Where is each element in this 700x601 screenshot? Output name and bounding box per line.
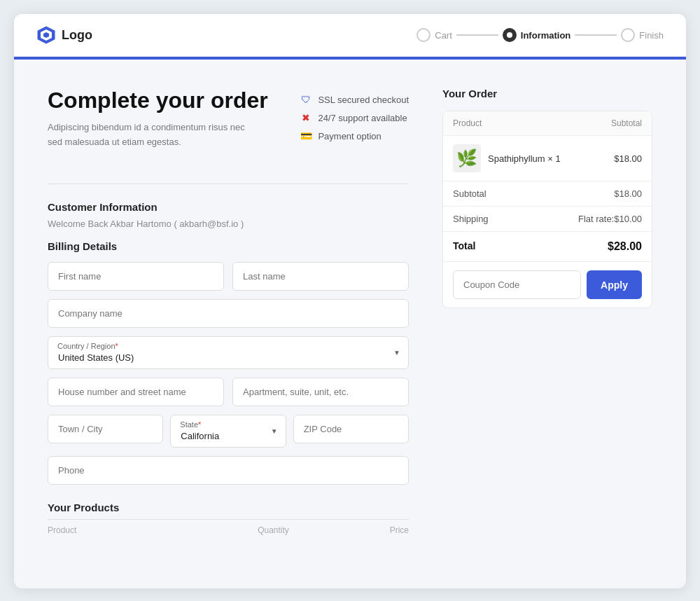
order-col-product: Product — [453, 118, 482, 128]
total-value: $28.00 — [608, 240, 642, 253]
zip-field — [293, 415, 409, 448]
product-name: Spathiphyllum × 1 — [488, 153, 607, 164]
country-label: Country / Region* — [57, 342, 118, 350]
last-name-input[interactable] — [232, 262, 409, 291]
step-information-circle — [503, 28, 517, 42]
order-card: Product Subtotal 🌿 Spathiphyllum × 1 $18… — [442, 111, 652, 308]
step-finish-label: Finish — [639, 30, 664, 41]
town-input[interactable] — [48, 415, 163, 443]
product-price: $18.00 — [614, 153, 642, 164]
stepper: Cart Information Finish — [416, 28, 664, 42]
apply-button[interactable]: Apply — [587, 270, 642, 299]
state-label: State* — [180, 420, 201, 429]
products-table-header: Product Quantity Price — [48, 520, 409, 541]
city-state-zip-row: State* California ▼ — [48, 415, 409, 448]
phone-field — [48, 456, 409, 485]
welcome-message: Welcome Back Akbar Hartomo ( akbarh@bsf.… — [48, 219, 409, 229]
company-row — [48, 299, 409, 328]
first-name-input[interactable] — [48, 262, 224, 291]
step-information-label: Information — [521, 30, 571, 41]
phone-row — [48, 456, 409, 485]
company-field — [48, 299, 409, 328]
state-field: State* California ▼ — [170, 415, 286, 448]
customer-info-title: Customer Information — [48, 201, 409, 213]
first-name-field — [48, 262, 224, 291]
order-title: Your Order — [442, 88, 652, 99]
company-input[interactable] — [48, 299, 409, 328]
country-row: Country / Region* United States (US) ▼ — [48, 336, 409, 369]
logo-icon — [36, 25, 56, 45]
trust-badges: 🛡 SSL secured checkout ✖ 24/7 support av… — [300, 93, 409, 142]
phone-input[interactable] — [48, 456, 409, 485]
subtotal-label: Subtotal — [453, 188, 486, 199]
step-information: Information — [503, 28, 571, 42]
total-row: Total $28.00 — [443, 232, 652, 262]
coupon-row: Apply — [443, 262, 652, 308]
town-field — [48, 415, 163, 448]
total-label: Total — [453, 240, 475, 253]
col-price-label: Price — [318, 525, 409, 535]
apartment-input[interactable] — [232, 378, 409, 406]
step-line-2 — [575, 34, 617, 36]
trust-payment-text: Payment option — [318, 131, 381, 141]
billing-title: Billing Details — [48, 240, 409, 252]
title-area: Complete your order Adipiscing bibendum … — [48, 88, 268, 167]
shipping-row: Shipping Flat rate:$10.00 — [443, 207, 652, 232]
section-divider — [48, 184, 409, 184]
logo-text: Logo — [62, 28, 92, 43]
your-products-section: Your Products Product Quantity Price — [48, 502, 409, 541]
product-thumbnail: 🌿 — [453, 144, 481, 172]
left-column: Complete your order Adipiscing bibendum … — [48, 88, 409, 541]
step-finish: Finish — [621, 28, 664, 42]
step-line-1 — [456, 34, 498, 36]
payment-icon: 💳 — [300, 130, 312, 142]
address-row — [48, 378, 409, 406]
support-icon: ✖ — [300, 111, 312, 124]
step-cart-circle — [416, 28, 430, 42]
coupon-input[interactable] — [453, 270, 581, 299]
country-field: Country / Region* United States (US) ▼ — [48, 336, 409, 369]
ssl-icon: 🛡 — [300, 93, 312, 106]
shipping-label: Shipping — [453, 214, 489, 224]
subtotal-value: $18.00 — [614, 188, 642, 199]
zip-input[interactable] — [293, 415, 409, 443]
header: Logo Cart Information Finish — [14, 14, 686, 57]
apartment-field — [232, 378, 409, 406]
col-qty-label: Quantity — [228, 525, 318, 535]
step-cart-label: Cart — [435, 30, 452, 41]
trust-payment: 💳 Payment option — [300, 130, 409, 142]
street-field — [48, 378, 224, 406]
page-title: Complete your order — [48, 88, 268, 113]
step-cart: Cart — [416, 28, 452, 42]
customer-information-section: Customer Information Welcome Back Akbar … — [48, 201, 409, 485]
trust-support-text: 24/7 support available — [318, 113, 407, 123]
col-product-label: Product — [48, 525, 228, 535]
trust-ssl-text: SSL secured checkout — [318, 95, 409, 105]
step-finish-circle — [621, 28, 635, 42]
page-subtitle: Adipiscing bibendum id a condimentum ris… — [48, 120, 268, 150]
order-table-header: Product Subtotal — [443, 111, 652, 136]
name-row — [48, 262, 409, 291]
subtotal-row: Subtotal $18.00 — [443, 181, 652, 207]
products-table: Product Quantity Price — [48, 519, 409, 541]
shipping-value: Flat rate:$10.00 — [578, 214, 642, 224]
right-column: Your Order Product Subtotal 🌿 Spathiphyl… — [442, 88, 652, 541]
product-thumb-icon: 🌿 — [456, 148, 477, 168]
page-wrapper: Logo Cart Information Finish — [14, 14, 686, 588]
trust-ssl: 🛡 SSL secured checkout — [300, 93, 409, 106]
order-item-row: 🌿 Spathiphyllum × 1 $18.00 — [443, 136, 652, 181]
logo: Logo — [36, 25, 92, 45]
last-name-field — [232, 262, 409, 291]
order-col-subtotal: Subtotal — [611, 118, 642, 128]
trust-support: ✖ 24/7 support available — [300, 111, 409, 124]
main-content: Complete your order Adipiscing bibendum … — [14, 60, 686, 569]
street-input[interactable] — [48, 378, 224, 406]
your-products-title: Your Products — [48, 502, 409, 513]
